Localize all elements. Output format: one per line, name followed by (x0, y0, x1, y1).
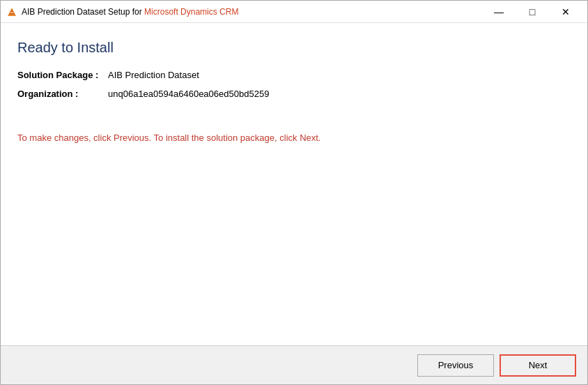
title-bar-controls: — □ ✕ (483, 2, 582, 22)
info-table: Solution Package : AIB Prediction Datase… (17, 70, 571, 107)
instruction-text: To make changes, click Previous. To inst… (17, 133, 571, 143)
content-area: Ready to Install Solution Package : AIB … (1, 23, 587, 345)
app-icon (6, 6, 17, 17)
close-button[interactable]: ✕ (550, 2, 582, 22)
minimize-button[interactable]: — (483, 2, 515, 22)
main-window: AIB Prediction Dataset Setup for Microso… (0, 0, 588, 385)
solution-package-value: AIB Prediction Dataset (108, 70, 199, 80)
organization-label: Organization : (17, 89, 108, 99)
maximize-button[interactable]: □ (516, 2, 548, 22)
title-bar: AIB Prediction Dataset Setup for Microso… (1, 1, 587, 23)
solution-package-row: Solution Package : AIB Prediction Datase… (17, 70, 571, 80)
footer: Previous Next (1, 345, 587, 384)
next-button[interactable]: Next (500, 354, 576, 377)
organization-value: unq06a1ea0594a6460ea06ed50bd5259 (108, 89, 269, 99)
title-bar-text: AIB Prediction Dataset Setup for Microso… (22, 7, 483, 17)
solution-package-label: Solution Package : (17, 70, 108, 80)
spacer (17, 143, 571, 334)
previous-button[interactable]: Previous (417, 354, 494, 377)
page-title: Ready to Install (17, 40, 571, 56)
organization-row: Organization : unq06a1ea0594a6460ea06ed5… (17, 89, 571, 99)
